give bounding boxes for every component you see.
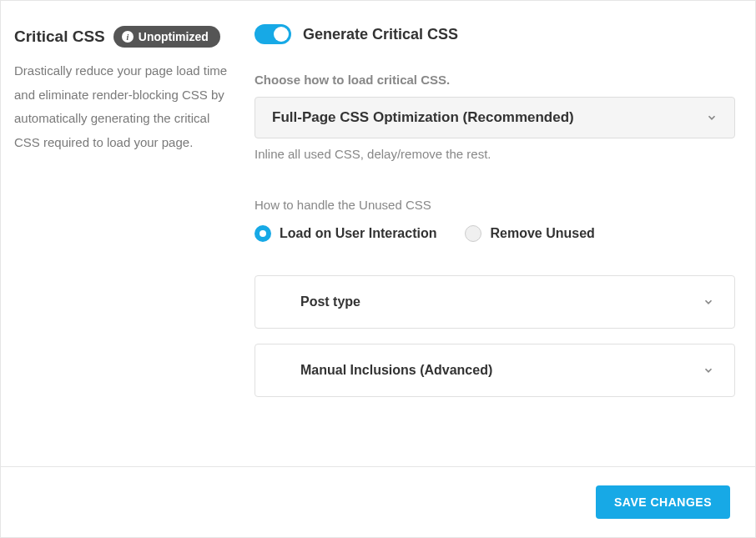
right-column: Generate Critical CSS Choose how to load… (255, 18, 735, 446)
radio-unselected-icon (465, 225, 481, 242)
accordion-manual-inclusions: Manual Inclusions (Advanced) (255, 344, 735, 397)
section-title: Critical CSS (14, 28, 105, 46)
info-icon: i (122, 31, 134, 43)
accordion-header-manual[interactable]: Manual Inclusions (Advanced) (255, 344, 734, 396)
accordion-header-post-type[interactable]: Post type (255, 276, 734, 328)
radio-group: Load on User Interaction Remove Unused (255, 225, 735, 242)
status-badge: i Unoptimized (113, 26, 220, 48)
unused-css-label: How to handle the Unused CSS (255, 198, 735, 212)
load-mode-label: Choose how to load critical CSS. (255, 73, 735, 87)
radio-load-on-interaction[interactable]: Load on User Interaction (255, 225, 436, 242)
badge-text: Unoptimized (139, 30, 209, 43)
title-row: Critical CSS i Unoptimized (14, 26, 234, 48)
load-mode-select[interactable]: Full-Page CSS Optimization (Recommended) (255, 97, 735, 138)
load-mode-hint: Inline all used CSS, delay/remove the re… (255, 147, 735, 161)
select-value: Full-Page CSS Optimization (Recommended) (272, 109, 574, 126)
left-column: Critical CSS i Unoptimized Drastically r… (14, 18, 255, 446)
toggle-row: Generate Critical CSS (255, 24, 735, 44)
toggle-label: Generate Critical CSS (303, 26, 458, 43)
radio-selected-icon (255, 225, 271, 242)
generate-css-toggle[interactable] (255, 24, 291, 44)
chevron-down-icon (703, 365, 714, 376)
settings-panel: Critical CSS i Unoptimized Drastically r… (0, 0, 756, 538)
chevron-down-icon (706, 112, 718, 123)
accordion-title-2: Manual Inclusions (Advanced) (300, 363, 492, 378)
footer: SAVE CHANGES (1, 466, 755, 537)
accordion-title-1: Post type (300, 294, 360, 309)
toggle-knob (274, 27, 289, 42)
radio-label-1: Remove Unused (490, 226, 594, 241)
radio-remove-unused[interactable]: Remove Unused (465, 225, 594, 242)
radio-label-0: Load on User Interaction (280, 226, 436, 241)
chevron-down-icon (703, 296, 714, 308)
section-description: Drastically reduce your page load time a… (14, 59, 234, 154)
accordion-post-type: Post type (255, 275, 735, 329)
content-area: Critical CSS i Unoptimized Drastically r… (1, 1, 755, 466)
save-button[interactable]: SAVE CHANGES (596, 485, 730, 519)
